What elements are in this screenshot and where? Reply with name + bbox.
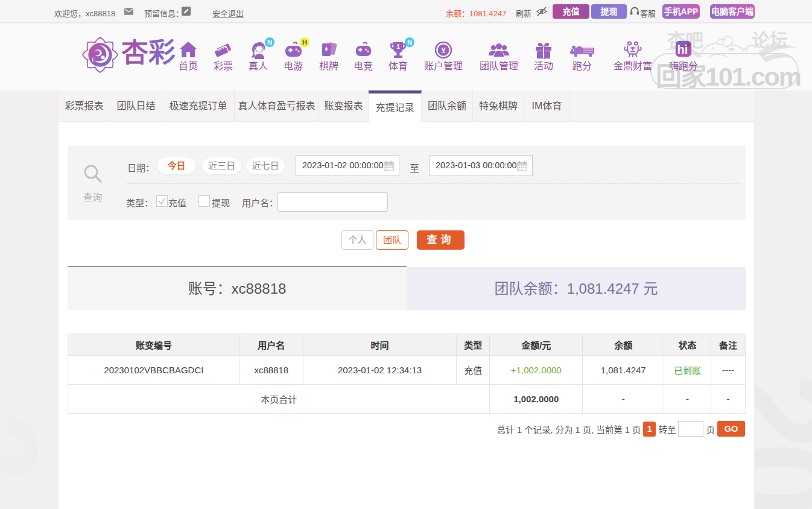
svg-text:hi: hi — [677, 43, 688, 56]
svg-text:1: 1 — [396, 43, 400, 50]
svg-text:¥: ¥ — [441, 46, 446, 55]
